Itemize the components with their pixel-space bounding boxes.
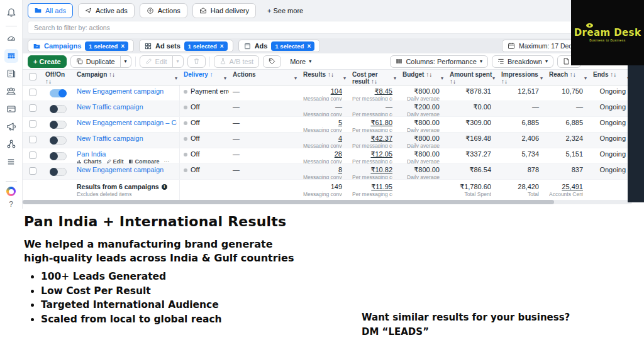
selected-badge[interactable]: 1 selected × — [85, 41, 128, 51]
horizontal-scrollbar[interactable] — [23, 200, 632, 204]
column-header-results[interactable]: Results ↑↓▾ — [299, 70, 348, 85]
notifications-bell-icon[interactable] — [4, 6, 18, 19]
row-checkbox[interactable] — [29, 89, 36, 96]
column-header-offon[interactable]: Off/On ↑↓ — [42, 70, 73, 85]
delete-button[interactable] — [187, 55, 206, 68]
breakdown-button[interactable]: Breakdown ▾ — [492, 55, 553, 68]
duplicate-dropdown[interactable]: ▾ — [120, 55, 131, 68]
chevron-down-icon[interactable]: ▾ — [540, 75, 543, 82]
pages-icon[interactable] — [4, 67, 18, 80]
edit-button[interactable]: Edit — [140, 55, 173, 68]
ads-manager-screenshot: ? All ads Active ads Actions Had deliver… — [0, 0, 644, 209]
column-header-impressions[interactable]: Impressions ↑↓▾ — [497, 70, 545, 85]
chevron-down-icon[interactable]: ▾ — [394, 75, 396, 82]
row-checkbox[interactable] — [29, 104, 36, 112]
chevron-down-icon[interactable]: ▾ — [584, 75, 587, 82]
campaign-toggle[interactable] — [50, 121, 67, 129]
close-icon[interactable]: × — [121, 43, 125, 50]
row-checkbox[interactable] — [29, 120, 36, 128]
column-header-campaign[interactable]: Campaign ↑↓▾ — [73, 70, 180, 85]
more-options-icon[interactable]: ··· — [164, 158, 170, 163]
breakdown-icon — [497, 58, 504, 65]
chevron-down-icon[interactable]: ▾ — [224, 75, 226, 82]
divider — [6, 26, 17, 26]
selected-badge[interactable]: 1 selected × — [184, 41, 228, 51]
search-input[interactable] — [28, 21, 639, 34]
row-action-compare[interactable]: Compare — [128, 158, 160, 163]
tab-ads[interactable]: Ads 1 selected × — [238, 40, 321, 52]
column-header-ends[interactable]: Ends ↑↓▾ — [589, 70, 632, 85]
column-header-cost[interactable]: Cost per result ↑↓▾ — [348, 70, 399, 85]
column-header-actions[interactable]: Actions▾ — [229, 70, 299, 85]
tab-campaigns[interactable]: Campaigns 1 selected × — [28, 40, 134, 52]
campaigns-table-icon[interactable] — [4, 49, 18, 63]
row-checkbox[interactable] — [29, 136, 36, 143]
row-checkbox[interactable] — [29, 167, 36, 175]
ab-test-button[interactable]: A/B test — [214, 55, 260, 68]
campaign-toggle[interactable] — [50, 168, 67, 176]
chevron-down-icon[interactable]: ▾ — [492, 75, 495, 82]
spent-value: ₹86.54 — [450, 166, 491, 173]
selected-badge[interactable]: 1 selected × — [271, 41, 314, 51]
billing-card-icon[interactable] — [4, 102, 18, 116]
cell-results: 149Messaging conversat... — [299, 180, 348, 200]
campaign-toggle[interactable] — [50, 152, 67, 160]
tag-button[interactable] — [263, 55, 281, 68]
campaign-link[interactable]: Pan India — [77, 150, 177, 158]
chevron-down-icon[interactable]: ▾ — [441, 75, 443, 82]
cell-spent: ₹86.54 — [446, 164, 497, 179]
close-icon[interactable]: × — [220, 43, 224, 50]
duplicate-button[interactable]: Duplicate — [70, 55, 121, 68]
column-header-delivery[interactable]: Delivery ↑▾ — [180, 70, 229, 85]
column-header-label: Actions — [233, 71, 256, 78]
cell-spent: ₹169.48 — [446, 133, 497, 148]
column-header-spent[interactable]: Amount spent ↑↓▾ — [446, 70, 497, 85]
row-action-edit[interactable]: Edit — [106, 158, 124, 163]
account-overview-gauge-icon[interactable] — [4, 31, 18, 45]
campaign-link[interactable]: New Engagement campaign – Copy — [77, 119, 177, 126]
campaign-toggle[interactable] — [50, 136, 67, 145]
campaign-toggle[interactable] — [50, 89, 67, 97]
more-button[interactable]: More ▾ — [285, 55, 316, 68]
results-value: — — [303, 103, 342, 111]
filter-had-delivery[interactable]: Had delivery — [192, 3, 256, 18]
help-icon[interactable]: ? — [9, 200, 13, 209]
columns-button[interactable]: Columns: Performance ▾ — [390, 55, 488, 68]
filter-active-ads[interactable]: Active ads — [78, 3, 135, 18]
scrollbar-thumb[interactable] — [23, 200, 554, 204]
chevron-down-icon[interactable]: ▾ — [343, 75, 346, 82]
audiences-people-icon[interactable] — [4, 84, 18, 98]
filter-all-ads[interactable]: All ads — [28, 3, 73, 18]
edit-dropdown[interactable]: ▾ — [172, 55, 184, 68]
assets-network-icon[interactable] — [4, 137, 18, 151]
ads-megaphone-icon[interactable] — [4, 119, 18, 133]
budget-value: ₹800.00 — [402, 87, 440, 95]
column-header-reach[interactable]: Reach ↑↓▾ — [545, 70, 589, 85]
tab-ad-sets[interactable]: Ad sets 1 selected × — [139, 40, 233, 52]
row-checkbox[interactable] — [29, 151, 36, 159]
campaign-link[interactable]: New Traffic campaign — [77, 103, 177, 111]
create-button[interactable]: + Create — [28, 55, 67, 68]
cell-cost: ₹11.95Per messaging conve... — [348, 180, 399, 200]
campaign-link[interactable]: New Engagement campaign — [77, 87, 177, 95]
status-dot — [184, 137, 187, 141]
info-icon[interactable]: i — [162, 184, 167, 190]
campaign-link[interactable]: New Engagement campaign — [77, 166, 177, 173]
grid-icon — [145, 43, 152, 50]
meta-logo-icon[interactable] — [6, 187, 16, 196]
filter-actions[interactable]: Actions — [140, 3, 187, 18]
row-action-charts[interactable]: Charts — [77, 158, 102, 163]
cell-spent: ₹309.00 — [446, 117, 497, 132]
campaign-link[interactable]: New Traffic campaign — [77, 134, 177, 142]
chevron-down-icon[interactable]: ▾ — [294, 75, 297, 82]
close-icon[interactable]: × — [307, 43, 311, 50]
tag-icon — [269, 58, 275, 65]
campaign-toggle[interactable] — [50, 105, 67, 113]
all-tools-menu-icon[interactable] — [4, 155, 18, 168]
column-header-budget[interactable]: Budget ↑↓▾ — [399, 70, 446, 85]
select-all-checkbox[interactable] — [29, 73, 36, 80]
filter-see-more[interactable]: + See more — [261, 3, 309, 18]
chevron-down-icon[interactable]: ▾ — [175, 75, 177, 82]
ends-value: Ongoing — [593, 87, 626, 95]
cell-ends: Ongoing — [589, 85, 632, 101]
